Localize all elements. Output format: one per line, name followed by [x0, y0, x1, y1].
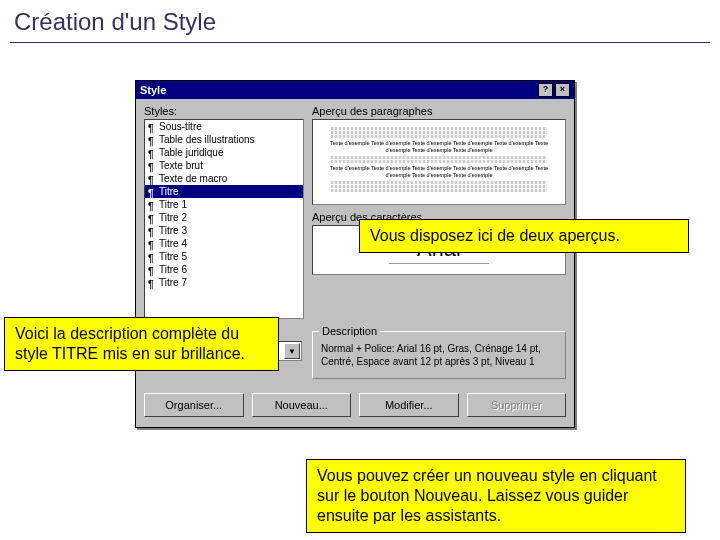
- page-title: Création d'un Style: [0, 0, 720, 42]
- list-item[interactable]: ¶Titre 5: [145, 250, 303, 263]
- title-rule: [10, 42, 710, 43]
- paragraph-icon: ¶: [148, 201, 156, 209]
- list-item[interactable]: ¶Titre 2: [145, 211, 303, 224]
- description-text: Normal + Police: Arial 16 pt, Gras, Crén…: [321, 342, 557, 368]
- paragraph-icon: ¶: [148, 214, 156, 222]
- paragraph-icon: ¶: [148, 175, 156, 183]
- list-item[interactable]: ¶Texte brut: [145, 159, 303, 172]
- description-group: Normal + Police: Arial 16 pt, Gras, Crén…: [312, 331, 566, 379]
- close-button[interactable]: ×: [555, 83, 570, 97]
- list-item[interactable]: ¶Titre 3: [145, 224, 303, 237]
- paragraph-icon: ¶: [148, 162, 156, 170]
- nouveau-button[interactable]: Nouveau...: [252, 393, 352, 417]
- paragraph-icon: ¶: [148, 149, 156, 157]
- organiser-button[interactable]: Organiser...: [144, 393, 244, 417]
- paragraph-icon: ¶: [148, 240, 156, 248]
- dialog-titlebar: Style ? ×: [136, 81, 574, 99]
- list-item[interactable]: ¶Titre 4: [145, 237, 303, 250]
- styles-listbox[interactable]: ¶Sous-titre ¶Table des illustrations ¶Ta…: [144, 119, 304, 319]
- list-item[interactable]: ¶Sous-titre: [145, 120, 303, 133]
- paragraph-icon: ¶: [148, 136, 156, 144]
- paragraph-icon: ¶: [148, 227, 156, 235]
- paragraph-icon: ¶: [148, 123, 156, 131]
- callout-nouveau: Vous pouvez créer un nouveau style en cl…: [306, 459, 686, 533]
- list-item-selected[interactable]: ¶Titre: [145, 185, 303, 198]
- paragraph-icon: ¶: [148, 253, 156, 261]
- list-item[interactable]: ¶Titre 1: [145, 198, 303, 211]
- modifier-button[interactable]: Modifier...: [359, 393, 459, 417]
- supprimer-button[interactable]: Supprimer: [467, 393, 567, 417]
- chevron-down-icon[interactable]: ▼: [284, 343, 300, 359]
- style-dialog: Style ? × Styles: ¶Sous-titre ¶Table des…: [135, 80, 575, 428]
- list-item[interactable]: ¶Titre 7: [145, 276, 303, 289]
- list-item[interactable]: ¶Titre 6: [145, 263, 303, 276]
- paragraph-icon: ¶: [148, 279, 156, 287]
- help-button[interactable]: ?: [538, 83, 553, 97]
- paragraph-preview-label: Aperçu des paragraphes: [312, 105, 566, 117]
- callout-description: Voici la description complète du style T…: [4, 317, 279, 371]
- paragraph-icon: ¶: [148, 188, 156, 196]
- list-item[interactable]: ¶Table des illustrations: [145, 133, 303, 146]
- paragraph-icon: ¶: [148, 266, 156, 274]
- dialog-title: Style: [140, 84, 536, 96]
- paragraph-preview: Texte d'exemple Texte d'exemple Texte d'…: [312, 119, 566, 205]
- styles-label: Styles:: [144, 105, 304, 117]
- callout-previews: Vous disposez ici de deux aperçus.: [359, 219, 689, 253]
- list-item[interactable]: ¶Texte de macro: [145, 172, 303, 185]
- list-item[interactable]: ¶Table juridique: [145, 146, 303, 159]
